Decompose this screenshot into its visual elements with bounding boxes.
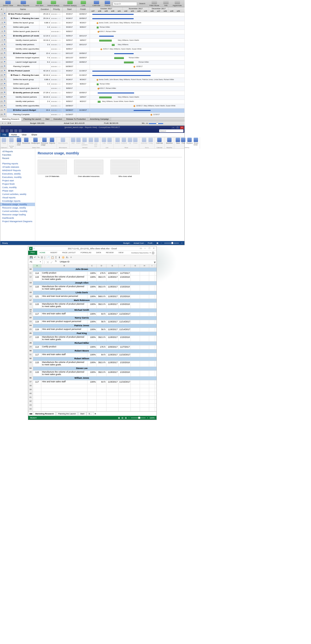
task-finish[interactable]: 10/9/17 [76,96,90,100]
view-icon[interactable]: ▦ [156,242,158,244]
gantt-cell[interactable]: Richard Miller [90,60,185,64]
task-duration[interactable] [39,104,51,108]
zoom-slider[interactable] [164,243,179,244]
gantt-cell[interactable] [90,34,185,38]
task-name[interactable]: ⊟ Identify partners (if needed) [7,34,39,38]
task-name[interactable]: ⊟ New Product Launch [7,12,39,16]
gantt-cell[interactable]: Richard Miller [90,56,185,60]
task-finish[interactable]: 9/19/17 [76,78,90,82]
group-header-row[interactable]: 17Mark Robinson [28,299,156,303]
filter-button[interactable]: Filter Mode [147,0,161,7]
view-layout-icon[interactable]: ▤ [122,417,123,419]
row-flag[interactable]: ⚑ [4,100,7,104]
group-header-row[interactable]: 10John Brown [28,268,156,272]
task-duration[interactable]: 0.86 d [39,21,51,25]
task-start[interactable]: 9/20/17 [63,30,76,34]
task-row[interactable]: 1 ⚑ ⊟ New Product Launch 29.14 d ★★★☆☆ 9… [0,12,185,17]
gantt-cell[interactable] [90,52,185,56]
task-start[interactable]: 9/25/17 [63,96,76,100]
theme-button[interactable]: Theme [103,0,113,7]
task-finish[interactable]: 11/16/17 [76,108,90,113]
data-row[interactable]: 18115Manufacture the volume of product p… [28,303,156,308]
data-row[interactable]: 21117Hire and train sales staff100%64 h1… [28,312,156,316]
info-button[interactable]: Info [161,0,171,7]
gantt-cell[interactable]: 9/20/17; Richard Miller [90,87,185,91]
task-priority[interactable]: ★★★☆☆ [51,113,63,117]
group-header-row[interactable]: 26Paul King [28,332,156,336]
task-start[interactable]: 9/25/17 [63,34,76,38]
gantt-cell[interactable]: Mary Williams; Susan White; Karen Martin [90,100,185,104]
row-flag[interactable]: ⚑ [4,21,7,25]
task-name[interactable]: Identify online opportunities [7,104,39,108]
task-finish[interactable] [76,47,90,52]
gantt-cell[interactable]: Mary Williams; Karen Martin [90,96,185,100]
task-duration[interactable] [39,30,51,34]
close-button[interactable]: × [180,126,184,129]
tab-formulas[interactable]: FORMULAS [78,251,94,255]
sidebar-item[interactable]: Project Management Diagrams [0,220,35,223]
blank-row[interactable]: 43 [28,404,156,408]
data-row[interactable]: 25119Hire and train product support pers… [28,328,156,332]
view-break-icon[interactable]: ▥ [125,417,127,419]
task-finish[interactable]: 9/22/17 [76,100,90,104]
blank-row[interactable]: 39 [28,388,156,392]
sidebar-item[interactable]: Current activities, monthly [0,210,35,213]
project-tab[interactable]: Release To Production [64,118,88,121]
gantt-cell[interactable]: Richard Miller [90,26,185,30]
row-flag[interactable]: ⚑ [4,38,7,43]
row-flag[interactable]: ⚑ [4,60,7,64]
task-name[interactable]: Identify retail partners [7,100,39,104]
task-start[interactable]: 9/19/17 [63,17,76,21]
group-header-row[interactable]: 13Joseph Allen [28,281,156,285]
task-name[interactable]: Define the launch group [7,78,39,82]
task-duration[interactable]: 42.14 d [39,74,51,78]
project-tab[interactable]: Execution [52,118,64,121]
outdent-button[interactable]: Outdent task(s) [62,0,79,7]
ribbon-btn-smart-enter[interactable]: Smart Enter [194,138,198,146]
task-duration[interactable] [39,113,51,117]
task-priority[interactable]: ★★★☆☆ [51,17,63,21]
task-finish[interactable]: 10/30/17 [76,52,90,56]
row-flag[interactable]: ⚑ [4,69,7,73]
blank-row[interactable]: 42 [28,400,156,404]
task-start[interactable]: 10/20/17 [63,60,76,64]
task-start[interactable]: 9/19/17 [63,69,76,73]
task-start[interactable]: 9/25/17 [63,38,76,43]
ribbon-btn-find[interactable]: Find [181,138,185,144]
col-priority[interactable]: Priority [51,7,63,12]
task-row[interactable]: 8 ⚑ Identify retail partners 2 d ★★★☆☆ 1… [0,43,185,47]
gantt-cell[interactable]: 9/20/17; Richard Miller [90,30,185,34]
gantt-cell[interactable]: Richard Miller [90,82,185,86]
ribbon-btn-resource-usage[interactable]: Resource usage [41,138,48,146]
task-name[interactable]: ⊟ Define Launch Budget [7,52,39,56]
sidebar-item[interactable]: Resource usage, monthly [0,203,35,206]
gantt-cell[interactable]: Mary Williams; Karen Martin [90,38,185,43]
task-finish[interactable]: 9/20/17 [76,26,90,30]
sidebar-item[interactable]: Costs, monthly [0,186,35,189]
fx-icon[interactable]: fx [54,260,58,264]
row-flag[interactable]: ⚑ [4,82,7,86]
user-account[interactable]: Svetlana Naumenko ▾ [129,251,156,255]
col-header[interactable]: E [106,264,119,268]
task-finish[interactable] [76,87,90,91]
task-duration[interactable] [39,87,51,91]
row-flag[interactable]: ⚑ [4,26,7,30]
task-finish[interactable] [76,104,90,108]
task-row[interactable]: 12 ⚑ Launch budget approval 6 d ★★★☆☆ 10… [0,60,185,65]
task-priority[interactable]: ★★★☆☆ [51,56,63,60]
task-priority[interactable]: ★★★☆☆ [51,74,63,78]
sidebar-item[interactable]: Project finish [0,182,35,186]
task-finish[interactable] [76,65,90,69]
task-name[interactable]: Define the launch group [7,21,39,25]
group-header-row[interactable]: 32Robert Wilson [28,357,156,361]
data-row[interactable]: 33115Manufacture the volume of product p… [28,361,156,367]
row-flag[interactable]: ⚑ [4,47,7,52]
task-finish[interactable]: 11/16/17 [76,74,90,78]
task-priority[interactable]: ★★★☆☆ [51,78,63,82]
data-row[interactable]: 12115Manufacture the volume of product p… [28,276,156,281]
sidebar-item[interactable]: Visual reports [0,196,35,199]
report-thumbnail[interactable]: List Of Materials [38,160,67,178]
row-flag[interactable]: ⚑ [4,43,7,47]
task-row[interactable]: 17 ⚑ Define sales goals 1 d ★★★☆☆ 9/19/1… [0,82,185,87]
ribbon-btn-calendar[interactable]: Calendar [156,138,163,144]
